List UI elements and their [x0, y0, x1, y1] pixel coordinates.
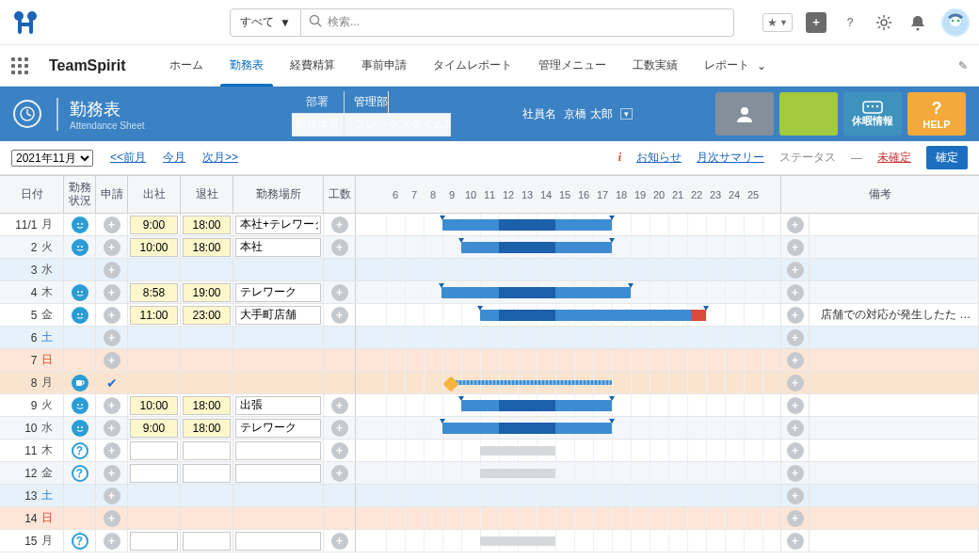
face-status-icon[interactable] — [72, 239, 88, 256]
plus-icon[interactable]: + — [787, 216, 804, 233]
nav-tab[interactable]: レポート⌄ — [691, 45, 779, 87]
question-status-icon[interactable]: ? — [72, 442, 88, 459]
plus-icon[interactable]: + — [104, 488, 120, 504]
time-input[interactable] — [130, 464, 178, 483]
check-icon[interactable]: ✔ — [106, 376, 118, 391]
cup-status-icon[interactable] — [72, 375, 88, 392]
nav-tab[interactable]: タイムレポート — [420, 45, 525, 87]
nav-tab[interactable]: 事前申請 — [348, 45, 420, 87]
help-tile[interactable]: ? HELP — [907, 92, 966, 136]
plus-icon[interactable]: + — [104, 533, 120, 550]
month-select[interactable]: 2021年11月 — [11, 150, 93, 167]
plus-icon[interactable]: + — [104, 262, 120, 279]
face-status-icon[interactable] — [72, 284, 88, 301]
plus-icon[interactable]: + — [104, 465, 120, 482]
time-input[interactable] — [130, 216, 178, 234]
face-status-icon[interactable] — [72, 397, 88, 414]
plus-icon[interactable]: + — [331, 442, 348, 459]
green-tile[interactable] — [779, 92, 838, 136]
time-input[interactable] — [130, 441, 178, 460]
nav-tab[interactable]: 工数実績 — [619, 45, 691, 87]
plus-icon[interactable]: + — [787, 329, 804, 346]
global-add-button[interactable]: ＋ — [806, 12, 827, 33]
confirm-button[interactable]: 確定 — [926, 146, 968, 169]
location-input[interactable] — [235, 216, 321, 234]
location-input[interactable] — [235, 306, 321, 325]
plus-icon[interactable]: + — [104, 352, 120, 369]
search-scope-picker[interactable]: すべて ▼ — [230, 8, 301, 37]
nav-tab[interactable]: 管理メニュー — [525, 45, 619, 87]
plus-icon[interactable]: + — [787, 284, 804, 301]
plus-icon[interactable]: + — [331, 420, 348, 437]
global-search[interactable]: 検索... — [301, 8, 734, 37]
time-input[interactable] — [130, 419, 178, 438]
plus-icon[interactable]: + — [787, 352, 804, 369]
plus-icon[interactable]: + — [104, 239, 120, 256]
question-status-icon[interactable]: ? — [72, 533, 88, 550]
plus-icon[interactable]: + — [331, 239, 348, 256]
user-avatar[interactable] — [941, 8, 970, 37]
prev-month-link[interactable]: <<前月 — [110, 150, 146, 166]
nav-tab[interactable]: 勤務表 — [217, 45, 277, 87]
help-icon[interactable]: ? — [840, 12, 860, 33]
plus-icon[interactable]: + — [787, 533, 804, 550]
plus-icon[interactable]: + — [787, 488, 804, 504]
plus-icon[interactable]: + — [787, 307, 804, 324]
time-input[interactable] — [130, 396, 178, 415]
employee-picker-icon[interactable]: ▾ — [620, 108, 633, 120]
time-input[interactable] — [130, 532, 178, 551]
time-input[interactable] — [183, 396, 231, 415]
plus-icon[interactable]: + — [787, 239, 804, 256]
time-input[interactable] — [130, 238, 178, 257]
location-input[interactable] — [235, 441, 321, 460]
plus-icon[interactable]: + — [787, 420, 804, 437]
plus-icon[interactable]: + — [787, 397, 804, 414]
plus-icon[interactable]: + — [331, 533, 348, 550]
notice-link[interactable]: お知らせ — [636, 150, 682, 166]
location-input[interactable] — [235, 396, 321, 415]
plus-icon[interactable]: + — [104, 329, 120, 346]
question-status-icon[interactable]: ? — [72, 465, 88, 482]
monthly-summary-link[interactable]: 月次サマリー — [697, 150, 764, 166]
time-input[interactable] — [183, 464, 231, 483]
plus-icon[interactable]: + — [331, 284, 348, 301]
edit-pencil-icon[interactable]: ✎ — [958, 59, 968, 72]
time-input[interactable] — [130, 283, 178, 302]
time-input[interactable] — [183, 216, 231, 234]
time-input[interactable] — [183, 283, 231, 302]
plus-icon[interactable]: + — [331, 216, 348, 233]
location-input[interactable] — [235, 238, 321, 257]
location-input[interactable] — [235, 283, 321, 302]
bell-icon[interactable] — [907, 12, 928, 33]
this-month-link[interactable]: 今月 — [163, 150, 185, 166]
plus-icon[interactable]: + — [331, 397, 348, 414]
plus-icon[interactable]: + — [787, 375, 804, 392]
plus-icon[interactable]: + — [104, 420, 120, 437]
plus-icon[interactable]: + — [787, 465, 804, 482]
favorites-button[interactable]: ★▼ — [762, 13, 793, 32]
status-value[interactable]: 未確定 — [877, 150, 911, 166]
cloud-logo[interactable] — [9, 9, 41, 36]
profile-tile[interactable] — [715, 92, 774, 136]
time-input[interactable] — [183, 306, 231, 325]
nav-tab[interactable]: 経費精算 — [277, 45, 348, 87]
time-input[interactable] — [183, 419, 231, 438]
time-input[interactable] — [183, 238, 231, 257]
plus-icon[interactable]: + — [787, 442, 804, 459]
plus-icon[interactable]: + — [104, 397, 120, 414]
time-input[interactable] — [130, 306, 178, 325]
location-input[interactable] — [235, 532, 321, 551]
gear-icon[interactable] — [874, 12, 894, 33]
nav-tab[interactable]: ホーム — [156, 45, 217, 87]
time-input[interactable] — [183, 532, 231, 551]
face-status-icon[interactable] — [72, 420, 88, 437]
plus-icon[interactable]: + — [787, 510, 804, 527]
plus-icon[interactable]: + — [331, 307, 348, 324]
plus-icon[interactable]: + — [104, 307, 120, 324]
time-input[interactable] — [183, 441, 231, 460]
plus-icon[interactable]: + — [104, 442, 120, 459]
plus-icon[interactable]: + — [104, 284, 120, 301]
plus-icon[interactable]: + — [104, 216, 120, 233]
plus-icon[interactable]: + — [104, 510, 120, 527]
location-input[interactable] — [235, 464, 321, 483]
